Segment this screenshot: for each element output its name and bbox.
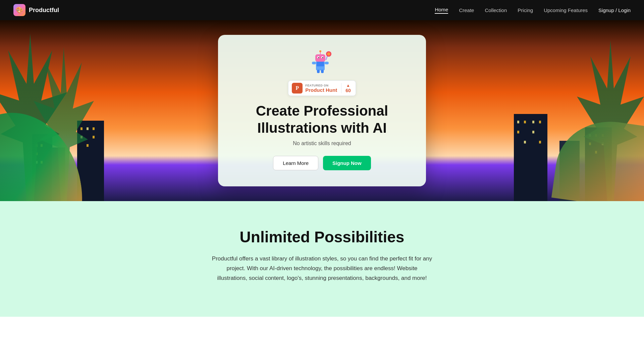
hero-subtitle: No artistic skills required (238, 140, 406, 146)
svg-point-7 (318, 57, 319, 58)
unlimited-section: Unlimited Possibilities Productful offer… (0, 201, 644, 317)
svg-point-13 (327, 52, 330, 56)
hero-mascot (309, 48, 335, 75)
hero-buttons: Learn More Signup Now (238, 156, 406, 170)
ph-text: FEATURED ON Product Hunt (305, 84, 337, 93)
brand-logo[interactable]: 🎨 Productful (13, 4, 59, 16)
hero-card: P FEATURED ON Product Hunt ▲ 60 Create P… (218, 35, 426, 186)
product-hunt-badge[interactable]: P FEATURED ON Product Hunt ▲ 60 (288, 80, 356, 96)
ph-arrow-icon: ▲ (346, 83, 350, 88)
svg-rect-3 (325, 62, 329, 64)
ph-featured-label: FEATURED ON (305, 84, 328, 87)
nav-collection[interactable]: Collection (485, 7, 507, 13)
nav-links: Home Create Collection Pricing Upcoming … (435, 7, 631, 14)
section-description: Productful offers a vast library of illu… (211, 254, 433, 283)
building-6 (514, 114, 547, 201)
nav-home[interactable]: Home (435, 7, 448, 14)
svg-rect-1 (317, 62, 324, 66)
hero-section: P FEATURED ON Product Hunt ▲ 60 Create P… (0, 20, 644, 201)
signup-now-button[interactable]: Signup Now (323, 156, 371, 170)
ph-votes: ▲ 60 (341, 83, 351, 93)
hero-title: Create Professional Illustrations with A… (238, 103, 406, 136)
logo-icon: 🎨 (13, 4, 25, 16)
brand-name: Productful (29, 7, 59, 14)
nav-create[interactable]: Create (459, 7, 474, 13)
svg-point-10 (319, 50, 321, 52)
svg-rect-2 (312, 62, 316, 64)
ph-icon: P (292, 83, 303, 94)
learn-more-button[interactable]: Learn More (273, 156, 318, 170)
nav-pricing[interactable]: Pricing (518, 7, 533, 13)
svg-point-8 (322, 57, 323, 58)
svg-rect-4 (315, 54, 325, 62)
svg-rect-15 (321, 70, 324, 73)
nav-upcoming[interactable]: Upcoming Features (544, 7, 588, 13)
svg-rect-14 (317, 70, 320, 73)
ph-product-name: Product Hunt (305, 87, 337, 93)
navbar: 🎨 Productful Home Create Collection Pric… (0, 0, 644, 20)
section-title: Unlimited Possibilities (13, 228, 631, 246)
nav-signup[interactable]: Signup / Login (598, 7, 631, 13)
ph-vote-count: 60 (345, 88, 351, 93)
